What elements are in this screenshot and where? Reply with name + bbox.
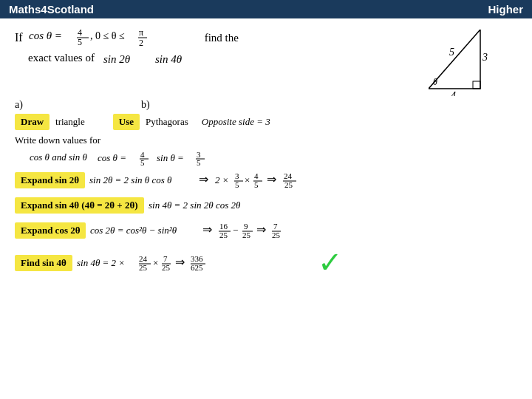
checkmark-icon: ✓ (318, 245, 343, 280)
svg-text:2 ×: 2 × (215, 174, 229, 185)
svg-text:sin 4θ: sin 4θ (155, 53, 183, 65)
svg-text:⇒: ⇒ (175, 256, 185, 268)
svg-text:−: − (233, 225, 238, 236)
if-block: If cos θ = 4 5 , 0 ≤ θ ≤ π 2 find the (15, 26, 239, 67)
svg-text:336: 336 (191, 254, 203, 263)
header-level: Higher (488, 3, 523, 16)
header-brand: Maths4Scotland (9, 3, 94, 16)
svg-text:, 0 ≤ θ ≤: , 0 ≤ θ ≤ (90, 30, 125, 41)
ab-row: a) b) (15, 99, 517, 111)
cos-formula: cos θ = 4 5 , 0 ≤ θ ≤ π 2 (29, 26, 177, 50)
svg-text:5: 5 (78, 37, 82, 47)
svg-text:25: 25 (272, 231, 281, 239)
cos2-formula-svg: cos 2θ = cos²θ − sin²θ ⇒ 16 25 − 9 25 ⇒ … (90, 220, 341, 241)
expand-sin4-row: Expand sin 4θ (4θ = 2θ + 2θ) sin 4θ = 2 … (15, 195, 517, 216)
expand-cos2-row: Expand cos 2θ cos 2θ = cos²θ − sin²θ ⇒ 1… (15, 220, 517, 241)
header: Maths4Scotland Higher (0, 0, 532, 18)
svg-text:7: 7 (163, 254, 168, 263)
if-label: If (15, 31, 23, 44)
svg-text:×: × (153, 257, 158, 268)
svg-text:θ: θ (433, 77, 437, 87)
find-sin4-row: Find sin 4θ sin 4θ = 2 × 24 25 × 7 25 ⇒ … (15, 245, 517, 280)
svg-text:24: 24 (139, 254, 148, 263)
draw-highlight[interactable]: Draw (15, 114, 50, 130)
find-sin4-formula-svg: sin 4θ = 2 × 24 25 × 7 25 ⇒ 336 625 (77, 253, 306, 273)
draw-row: Draw triangle Use Pythagoras Opposite si… (15, 114, 517, 130)
sin2-formula-svg: sin 2θ = 2 sin θ cos θ ⇒ 2 × 3 5 × 4 5 ⇒… (89, 170, 341, 191)
exact-values-label: exact values of (28, 52, 95, 64)
expand-sin2-row: Expand sin 2θ sin 2θ = 2 sin θ cos θ ⇒ 2… (15, 170, 517, 191)
svg-text:16: 16 (219, 222, 228, 231)
write-down-row: Write down values for (15, 133, 517, 146)
a-label: a) (15, 99, 23, 111)
svg-text:⇒: ⇒ (256, 223, 266, 236)
expand-sin4-button[interactable]: Expand sin 4θ (4θ = 2θ + 2θ) (15, 197, 144, 214)
svg-text:4: 4 (78, 27, 82, 38)
opposite-side: Opposite side = 3 (202, 116, 270, 128)
expand-cos2-button[interactable]: Expand cos 2θ (15, 222, 86, 239)
cos-sin-row: cos θ and sin θ cos θ = 4 5 sin θ = 3 5 (30, 149, 517, 166)
svg-text:7: 7 (273, 222, 278, 231)
svg-text:25: 25 (284, 180, 293, 189)
svg-text:24: 24 (284, 171, 293, 180)
svg-text:3: 3 (482, 52, 488, 63)
triangle-svg: 5 3 θ 4 (429, 30, 502, 96)
cos-and-sin-label: cos θ and sin θ (30, 151, 87, 163)
if-line: If cos θ = 4 5 , 0 ≤ θ ≤ π 2 find the (15, 26, 239, 50)
svg-text:sin 2θ: sin 2θ (103, 53, 131, 65)
svg-text:25: 25 (139, 263, 148, 272)
sin-formulas-svg: sin 2θ sin 4θ (103, 51, 200, 67)
svg-text:sin 4θ = 2 sin 2θ cos 2θ: sin 4θ = 2 sin 2θ cos 2θ (149, 200, 241, 211)
svg-text:sin θ =: sin θ = (157, 152, 184, 163)
svg-text:25: 25 (162, 263, 171, 272)
cos-sin-values-svg: cos θ = 4 5 sin θ = 3 5 (98, 149, 245, 166)
svg-text:sin 4θ = 2 ×: sin 4θ = 2 × (77, 257, 125, 268)
svg-text:⇒: ⇒ (199, 173, 208, 185)
svg-text:sin 2θ = 2 sin θ cos θ: sin 2θ = 2 sin θ cos θ (89, 174, 172, 185)
svg-text:2: 2 (139, 38, 143, 47)
svg-text:5: 5 (235, 180, 239, 189)
top-section: If cos θ = 4 5 , 0 ≤ θ ≤ π 2 find the (15, 26, 517, 96)
svg-text:cos θ =: cos θ = (98, 152, 126, 163)
svg-text:⇒: ⇒ (202, 223, 212, 236)
svg-text:25: 25 (242, 231, 251, 239)
main-content: If cos θ = 4 5 , 0 ≤ θ ≤ π 2 find the (0, 18, 532, 292)
svg-text:25: 25 (219, 231, 228, 239)
svg-text:4: 4 (254, 171, 259, 180)
svg-text:4: 4 (451, 90, 456, 96)
b-label: b) (141, 99, 150, 111)
svg-text:5: 5 (140, 158, 145, 166)
svg-text:×: × (245, 174, 250, 185)
find-the-label: find the (205, 32, 239, 44)
svg-text:625: 625 (191, 263, 203, 272)
svg-text:cos θ =: cos θ = (29, 30, 62, 41)
pythagoras-word: Pythagoras (146, 116, 188, 128)
write-down-label: Write down values for (15, 134, 100, 146)
exact-values-line: exact values of sin 2θ sin 4θ (28, 51, 239, 67)
svg-text:5: 5 (449, 47, 454, 58)
svg-text:3: 3 (235, 171, 239, 180)
if-formula-svg: cos θ = 4 5 , 0 ≤ θ ≤ π 2 (29, 26, 177, 47)
svg-text:π: π (139, 27, 143, 38)
triangle-diagram: 5 3 θ 4 (429, 30, 502, 96)
svg-text:⇒: ⇒ (267, 173, 276, 185)
triangle-word: triangle (55, 116, 85, 128)
sin4-formula-svg: sin 4θ = 2 sin 2θ cos 2θ (149, 195, 296, 216)
svg-text:5: 5 (197, 158, 201, 166)
find-sin4-button[interactable]: Find sin 4θ (15, 255, 72, 271)
use-highlight[interactable]: Use (113, 114, 140, 130)
svg-text:9: 9 (244, 222, 248, 231)
svg-text:cos 2θ = cos²θ − sin²θ: cos 2θ = cos²θ − sin²θ (90, 225, 177, 236)
svg-text:5: 5 (254, 180, 259, 189)
svg-rect-11 (473, 81, 480, 89)
expand-sin2-button[interactable]: Expand sin 2θ (15, 172, 85, 188)
